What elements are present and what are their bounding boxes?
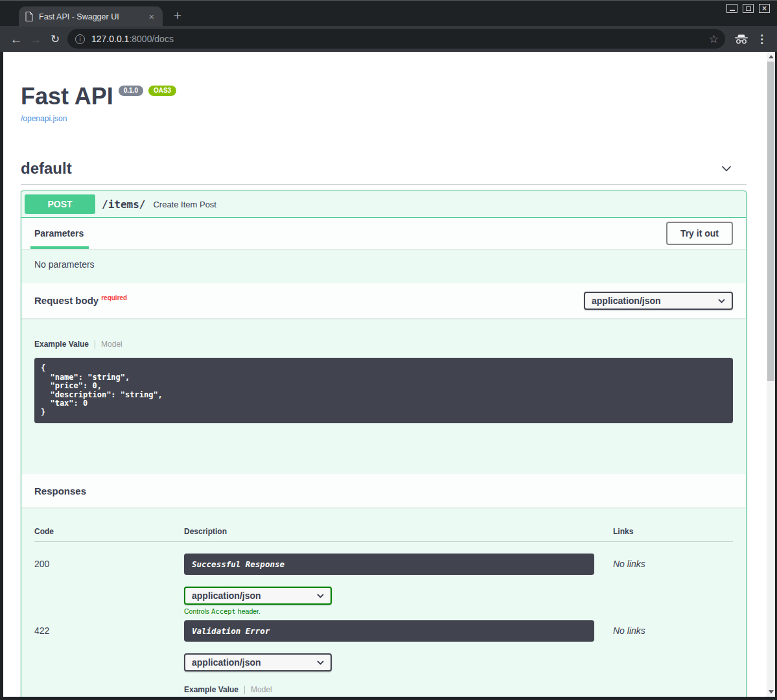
chevron-down-icon[interactable] (719, 161, 734, 176)
close-button[interactable]: × (759, 4, 770, 13)
address-bar[interactable]: i 127.0.0.1:8000/docs ☆ (67, 29, 725, 49)
page-title: Fast API0.1.0OAS3 (21, 85, 747, 108)
titlebar: Fast API - Swagger UI × + × (0, 0, 777, 26)
site-info-icon[interactable]: i (75, 34, 85, 44)
window-controls: × (726, 4, 770, 13)
version-badge: 0.1.0 (119, 86, 143, 96)
tab-close-icon[interactable]: × (147, 12, 156, 22)
column-description: Description (184, 527, 613, 536)
request-content-type-value: application/json (592, 296, 661, 306)
maximize-icon (746, 6, 751, 11)
tab-divider (95, 340, 95, 349)
scroll-down-arrow[interactable] (767, 687, 775, 697)
responses-header: Responses (21, 474, 746, 508)
column-code: Code (34, 527, 184, 536)
chevron-down-icon (718, 299, 725, 303)
new-tab-button[interactable]: + (170, 8, 185, 23)
tab-divider (244, 686, 245, 694)
document-icon (25, 12, 33, 21)
url-text: 127.0.0.1:8000/docs (91, 34, 174, 44)
response-content-type-value: application/json (192, 590, 261, 601)
tab-parameters[interactable]: Parameters (34, 228, 84, 239)
response-links: No links (613, 554, 733, 615)
openapi-spec-link[interactable]: /openapi.json (21, 114, 67, 123)
bookmark-star-icon[interactable]: ☆ (709, 32, 719, 46)
tab-model[interactable]: Model (101, 340, 122, 349)
forward-button[interactable]: → (26, 33, 45, 45)
operation-summary: Create Item Post (153, 200, 216, 209)
request-example-code: { "name": "string", "price": 0, "descrip… (34, 358, 733, 423)
opblock-post-items: POST /items/ Create Item Post Parameters… (21, 191, 747, 697)
oas-badge: OAS3 (148, 86, 176, 96)
method-badge: POST (25, 194, 95, 214)
triangle-down-icon (769, 690, 774, 694)
required-label: required (101, 294, 127, 301)
response-row-200: 200 Successful Response application/json… (34, 542, 733, 615)
request-example-section: Example Value Model { "name": "string", … (21, 318, 746, 474)
no-parameters-text: No parameters (21, 249, 746, 283)
request-content-type-select[interactable]: application/json (584, 292, 733, 310)
swagger-content: Fast API0.1.0OAS3 /openapi.json default … (3, 85, 767, 697)
tag-section-header[interactable]: default (21, 161, 747, 185)
chevron-down-icon (317, 594, 324, 598)
tab-model[interactable]: Model (251, 685, 272, 694)
accept-header-note: Controls Accept header. (184, 607, 613, 615)
request-body-header: Request bodyrequired application/json (21, 283, 746, 318)
swagger-page: Fast API0.1.0OAS3 /openapi.json default … (3, 52, 775, 697)
triangle-up-icon (769, 55, 774, 58)
tag-title: default (21, 161, 72, 176)
page-scrollbar[interactable] (767, 52, 775, 697)
back-button[interactable]: ← (6, 33, 26, 45)
responses-table: Code Description Links 200 Successful Re… (21, 508, 746, 697)
browser-window: Fast API - Swagger UI × + × ← → ↻ i 127.… (0, 0, 777, 700)
chevron-down-icon (317, 660, 324, 665)
responses-title: Responses (34, 485, 86, 496)
response-code: 422 (34, 620, 184, 697)
response-description-cell: Successful Response application/json Con… (184, 554, 613, 615)
request-body-title: Request body (34, 296, 99, 307)
parameters-header: Parameters Try it out (21, 218, 746, 249)
opblock-summary[interactable]: POST /items/ Create Item Post (21, 191, 746, 218)
request-body-title-group: Request bodyrequired (34, 294, 127, 307)
response-content-type-select[interactable]: application/json (184, 587, 332, 605)
scrollbar-thumb[interactable] (767, 62, 774, 381)
response-description: Successful Response (184, 554, 594, 575)
response-content-type-select[interactable]: application/json (184, 653, 332, 671)
incognito-icon (734, 34, 748, 44)
reload-button[interactable]: ↻ (45, 34, 65, 45)
browser-menu-icon[interactable]: ⋮ (756, 32, 767, 46)
response-code: 200 (34, 554, 184, 615)
response-content-type-value: application/json (192, 657, 261, 668)
maximize-button[interactable] (743, 4, 754, 13)
response-row-422: 422 Validation Error application/json (34, 615, 733, 697)
tab-example-value[interactable]: Example Value (184, 685, 238, 694)
example-model-tabs: Example Value Model (184, 685, 613, 694)
browser-toolbar: ← → ↻ i 127.0.0.1:8000/docs ☆ ⋮ (0, 26, 777, 52)
responses-table-header: Code Description Links (34, 508, 733, 542)
try-it-out-button[interactable]: Try it out (666, 222, 733, 245)
minimize-icon (730, 10, 735, 11)
browser-tab[interactable]: Fast API - Swagger UI × (19, 6, 163, 27)
response-description: Validation Error (184, 620, 594, 642)
column-links: Links (613, 527, 733, 536)
scroll-up-arrow[interactable] (767, 52, 775, 62)
operation-path: /items/ (102, 198, 145, 211)
tab-title: Fast API - Swagger UI (39, 12, 147, 21)
minimize-button[interactable] (726, 4, 737, 13)
page-wrap: Fast API0.1.0OAS3 /openapi.json default … (0, 52, 777, 700)
close-icon: × (762, 5, 767, 12)
response-description-cell: Validation Error application/json Exampl… (184, 620, 613, 697)
tab-example-value[interactable]: Example Value (34, 340, 89, 349)
example-model-tabs: Example Value Model (34, 340, 733, 349)
response-links: No links (613, 620, 733, 697)
api-info: Fast API0.1.0OAS3 /openapi.json (21, 85, 747, 124)
